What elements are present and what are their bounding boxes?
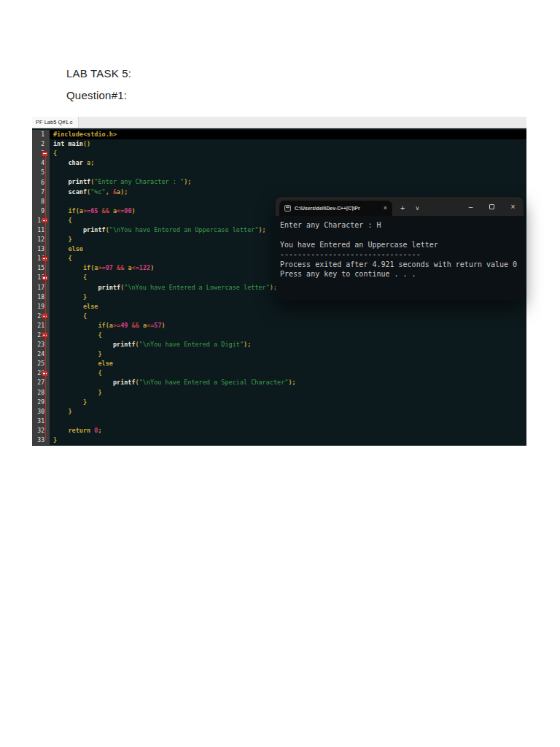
code-line: 7 scanf("%c", &a);	[32, 187, 526, 197]
document-page: LAB TASK 5: Question#1: PF Lab5 Q#1.c 1#…	[0, 0, 560, 747]
code-token: "%c"	[90, 188, 105, 196]
editor-file-tab-label: PF Lab5 Q#1.c	[36, 119, 72, 125]
fold-range-line	[45, 154, 47, 440]
code-token: "\nYou have Entered a Special Character"	[139, 379, 289, 386]
new-tab-icon[interactable]: +	[400, 204, 405, 212]
ide-screenshot: PF Lab5 Q#1.c 1#include<stdio.h>2int mai…	[32, 117, 526, 446]
code-line: 31	[32, 417, 526, 426]
code-line: 28 }	[32, 388, 526, 398]
code-token	[53, 159, 68, 166]
code-token: &&	[132, 322, 139, 329]
code-token: "\nYou have Entered a Digit"	[139, 341, 244, 348]
line-number: 18	[32, 293, 50, 302]
line-number: 6	[32, 177, 50, 187]
code-line-text: else	[50, 302, 526, 311]
code-line-text: {	[50, 149, 526, 158]
code-token: a	[124, 264, 131, 271]
code-token: {	[53, 369, 102, 376]
code-line-text: }	[50, 349, 526, 359]
line-number: 1	[32, 130, 50, 139]
console-tab[interactable]: C:\Users\dell\Dev-C++[C]\Pr ×	[279, 201, 392, 216]
code-line-text: printf("\nYou have Entered a Special Cha…	[50, 378, 526, 387]
code-token: else	[53, 303, 98, 310]
code-token: }	[53, 436, 57, 444]
code-line: 22 {	[32, 330, 526, 340]
code-token: printf	[113, 379, 136, 386]
code-token: }	[53, 408, 72, 415]
line-number: 4	[32, 158, 50, 168]
code-line: 26 {	[32, 368, 526, 378]
code-token: int main	[53, 140, 83, 147]
line-number: 8	[32, 197, 50, 206]
code-token: >=	[113, 322, 120, 329]
code-line: 33}	[32, 436, 526, 445]
code-token: ()	[83, 140, 90, 147]
console-line: Enter any Character : H	[280, 220, 519, 230]
code-token	[53, 178, 68, 185]
line-number: 31	[32, 417, 50, 426]
code-token: )	[150, 264, 154, 271]
code-token: 49	[120, 322, 128, 329]
line-number: 10	[32, 216, 50, 225]
code-token	[53, 341, 113, 348]
code-token: );	[244, 341, 251, 348]
code-line: 27 printf("\nYou have Entered a Special …	[32, 378, 526, 387]
line-number: 30	[32, 407, 50, 417]
code-token: 90	[124, 207, 131, 214]
code-line-text: }	[50, 436, 526, 445]
code-line: 2int main()	[32, 139, 526, 149]
maximize-button[interactable]	[481, 197, 502, 216]
code-token: else	[53, 245, 83, 252]
code-token: if(a	[53, 264, 98, 271]
console-line: You have Entered an Uppercase letter	[280, 240, 519, 249]
code-token: );	[288, 379, 295, 386]
code-line: 5	[32, 168, 526, 177]
editor-tab-bar: PF Lab5 Q#1.c	[32, 117, 526, 128]
editor-file-tab[interactable]: PF Lab5 Q#1.c	[32, 117, 79, 128]
code-token: &&	[102, 207, 109, 214]
minimize-button[interactable]: –	[460, 197, 481, 216]
code-line: 30 }	[32, 407, 526, 417]
console-window: C:\Users\dell\Dev-C++[C]\Pr × + ∨ – × En…	[276, 197, 524, 301]
code-token: {	[53, 274, 87, 281]
code-token	[53, 226, 83, 233]
code-token: }	[53, 236, 72, 243]
code-token: 97	[106, 264, 113, 271]
code-token: >=	[83, 207, 90, 214]
code-line-text: return 0;	[50, 426, 526, 436]
line-number: 2	[32, 139, 50, 149]
code-line: 29 }	[32, 398, 526, 407]
line-number: 23	[32, 340, 50, 349]
line-number: 20	[32, 311, 50, 321]
code-token: a	[139, 322, 147, 329]
line-number: 24	[32, 349, 50, 359]
tab-close-icon[interactable]: ×	[383, 205, 388, 212]
chevron-down-icon[interactable]: ∨	[415, 206, 419, 212]
code-line: 1#include<stdio.h>	[32, 130, 526, 139]
code-line-text: int main()	[50, 139, 526, 149]
code-token: <=	[117, 207, 124, 214]
code-token: a	[109, 207, 117, 214]
console-line: --------------------------------	[280, 249, 519, 259]
code-line-text: {	[50, 368, 526, 378]
code-token: 122	[139, 264, 150, 271]
code-token: if(a	[53, 207, 83, 214]
line-number: 12	[32, 235, 50, 244]
code-line-text: #include<stdio.h>	[50, 130, 526, 139]
code-token: #include<stdio.h>	[53, 131, 117, 138]
maximize-icon	[489, 204, 494, 209]
code-token: <=	[132, 264, 139, 271]
code-line: 19 else	[32, 302, 526, 311]
code-line: 4 char a;	[32, 158, 526, 168]
close-button[interactable]: ×	[502, 197, 524, 216]
code-token	[53, 284, 98, 291]
line-number: 27	[32, 378, 50, 387]
code-token: return	[53, 427, 94, 434]
code-token: ;	[98, 427, 101, 434]
code-line-text: scanf("%c", &a);	[50, 187, 526, 197]
line-number: 26	[32, 368, 50, 378]
code-token: printf	[83, 226, 106, 233]
line-number: 16	[32, 273, 50, 282]
code-token: }	[53, 389, 102, 396]
code-line-text: printf("\nYou have Entered a Digit");	[50, 340, 526, 349]
